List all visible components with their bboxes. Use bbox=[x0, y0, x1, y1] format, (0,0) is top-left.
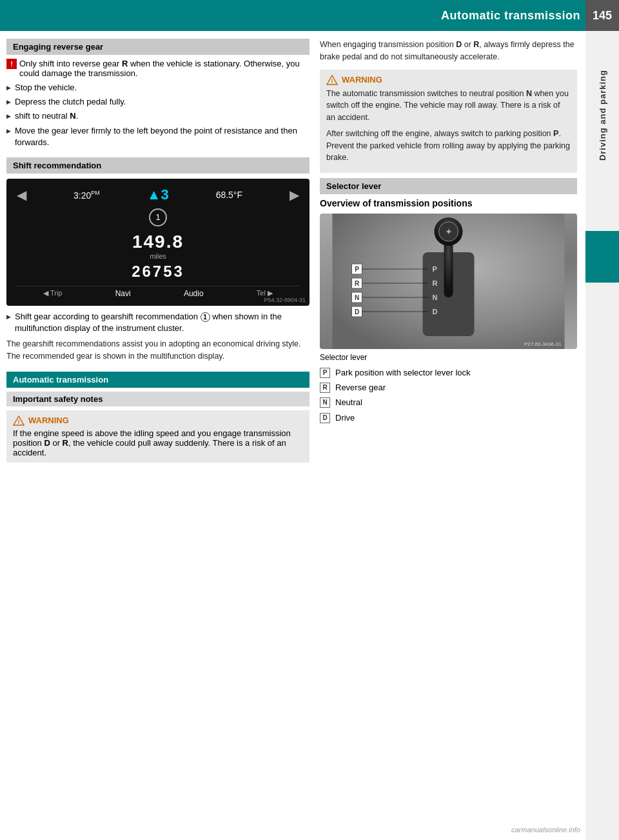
svg-text:D: D bbox=[355, 308, 359, 315]
instr-gear: ▲3 bbox=[147, 186, 169, 203]
warning-box-1: ! WARNING If the engine speed is above t… bbox=[6, 410, 310, 463]
auto-transmission-section: Automatic transmission Important safety … bbox=[6, 372, 310, 463]
bullet-item: Shift gear according to gearshift recomm… bbox=[6, 311, 310, 334]
selector-lever-section: Selector lever Overview of transmission … bbox=[320, 178, 577, 424]
warning-label-1: WARNING bbox=[28, 415, 69, 425]
shift-rec-bullets: Shift gear according to gearshift recomm… bbox=[6, 311, 310, 334]
position-list: P Park position with selector lever lock… bbox=[320, 367, 577, 424]
pos-box-D: D bbox=[320, 413, 330, 423]
instr-left-arrow: ◀ bbox=[17, 187, 26, 203]
instr-miles-label: miles bbox=[17, 252, 299, 260]
warning-header-2: ! WARNING bbox=[326, 75, 571, 85]
warning-triangle-icon: ! bbox=[13, 415, 25, 426]
pos-desc-P: Park position with selector lever lock bbox=[335, 367, 471, 379]
svg-text:D: D bbox=[433, 308, 438, 315]
right-column: When engaging transmission position D or… bbox=[320, 39, 613, 472]
instrument-top-row: ◀ 3:20PM ▲3 68.5°F ▶ bbox=[17, 186, 299, 203]
pos-desc-R: Reverse gear bbox=[335, 382, 386, 394]
instr-ref: P54.32-8904-31 bbox=[264, 297, 306, 303]
list-item-D: D Drive bbox=[320, 412, 577, 424]
svg-text:P: P bbox=[355, 266, 359, 273]
bullet-item: Move the gear lever firmly to the left b… bbox=[6, 125, 310, 148]
bullet-item: Depress the clutch pedal fully. bbox=[6, 96, 310, 108]
left-column: Engaging reverse gear ! Only shift into … bbox=[6, 39, 310, 472]
auto-transmission-header: Automatic transmission bbox=[6, 372, 310, 388]
list-item-R: R Reverse gear bbox=[320, 382, 577, 394]
main-content: Engaging reverse gear ! Only shift into … bbox=[0, 39, 619, 472]
warning-triangle-icon-2: ! bbox=[326, 75, 338, 85]
instr-nav-trip: ◀ Trip bbox=[43, 289, 62, 298]
pos-box-R: R bbox=[320, 383, 330, 393]
warning-box-2: ! WARNING The automatic transmission swi… bbox=[320, 70, 577, 174]
svg-text:N: N bbox=[433, 294, 438, 301]
list-item-P: P Park position with selector lever lock bbox=[320, 367, 577, 379]
instrument-display: ◀ 3:20PM ▲3 68.5°F ▶ 1 149.8 miles 26753… bbox=[6, 179, 310, 306]
pos-box-N: N bbox=[320, 397, 330, 408]
gear-lever-svg: ✦ P R N D P R N D bbox=[320, 214, 577, 349]
pos-desc-D: Drive bbox=[335, 412, 355, 424]
danger-icon: ! bbox=[6, 59, 17, 69]
instr-right-arrow: ▶ bbox=[290, 187, 299, 203]
pos-desc-N: Neutral bbox=[335, 397, 362, 408]
watermark: carmanualsonline.info bbox=[511, 826, 580, 834]
svg-text:!: ! bbox=[18, 419, 20, 425]
page-title: Automatic transmission bbox=[441, 9, 580, 23]
bullet-item: shift to neutral N. bbox=[6, 110, 310, 122]
overview-sub-header: Overview of transmission positions bbox=[320, 198, 577, 208]
top-bar: Automatic transmission 145 bbox=[0, 0, 619, 31]
reverse-gear-bullets: Stop the vehicle. Depress the clutch ped… bbox=[6, 82, 310, 148]
warning-label-2: WARNING bbox=[342, 75, 382, 85]
instr-temp: 68.5°F bbox=[216, 190, 242, 200]
instr-big-number: 149.8 bbox=[17, 232, 299, 252]
warning-text-2b: After switching off the engine, always s… bbox=[326, 128, 571, 164]
safety-notes-header: Important safety notes bbox=[6, 392, 310, 406]
sidebar-label: Driving and parking bbox=[598, 70, 607, 161]
bullet-item: Stop the vehicle. bbox=[6, 82, 310, 94]
gear-image-caption: Selector lever bbox=[320, 353, 577, 362]
engaging-reverse-header: Engaging reverse gear bbox=[6, 39, 310, 55]
svg-text:P: P bbox=[433, 265, 437, 273]
warning-text-1: If the engine speed is above the idling … bbox=[13, 428, 303, 457]
page-number: 145 bbox=[585, 0, 619, 31]
shift-recommendation-header: Shift recommendation bbox=[6, 157, 310, 174]
shift-rec-note: The gearshift recommendations assist you… bbox=[6, 338, 310, 363]
warning-header-1: ! WARNING bbox=[13, 415, 303, 426]
sidebar-highlight bbox=[585, 231, 619, 283]
warning-text-2a: The automatic transmission switches to n… bbox=[326, 88, 571, 124]
svg-text:✦: ✦ bbox=[445, 226, 453, 237]
gear-lever-image: ✦ P R N D P R N D bbox=[320, 214, 577, 349]
list-item-N: N Neutral bbox=[320, 397, 577, 408]
svg-text:!: ! bbox=[331, 78, 333, 85]
svg-text:R: R bbox=[433, 279, 438, 287]
right-top-note: When engaging transmission position D or… bbox=[320, 39, 577, 63]
instr-circle-1: 1 bbox=[149, 208, 167, 226]
danger-text: Only shift into reverse gear R when the … bbox=[19, 59, 310, 78]
instr-odometer: 26753 bbox=[17, 263, 299, 281]
danger-note: ! Only shift into reverse gear R when th… bbox=[6, 59, 310, 78]
instr-time: 3:20PM bbox=[74, 190, 100, 201]
pos-box-P: P bbox=[320, 368, 330, 378]
svg-text:P27.60-3436-31: P27.60-3436-31 bbox=[524, 341, 562, 347]
engaging-reverse-section: Engaging reverse gear ! Only shift into … bbox=[6, 39, 310, 148]
instr-bottom-row: ◀ Trip Navi Audio Tel ▶ bbox=[17, 286, 299, 298]
svg-text:N: N bbox=[355, 294, 359, 301]
selector-lever-header: Selector lever bbox=[320, 178, 577, 194]
shift-recommendation-section: Shift recommendation ◀ 3:20PM ▲3 68.5°F … bbox=[6, 157, 310, 363]
right-sidebar: Driving and parking bbox=[585, 31, 619, 840]
svg-text:R: R bbox=[355, 280, 360, 287]
instr-nav-audio: Audio bbox=[184, 289, 204, 298]
instr-nav-navi: Navi bbox=[115, 289, 131, 298]
